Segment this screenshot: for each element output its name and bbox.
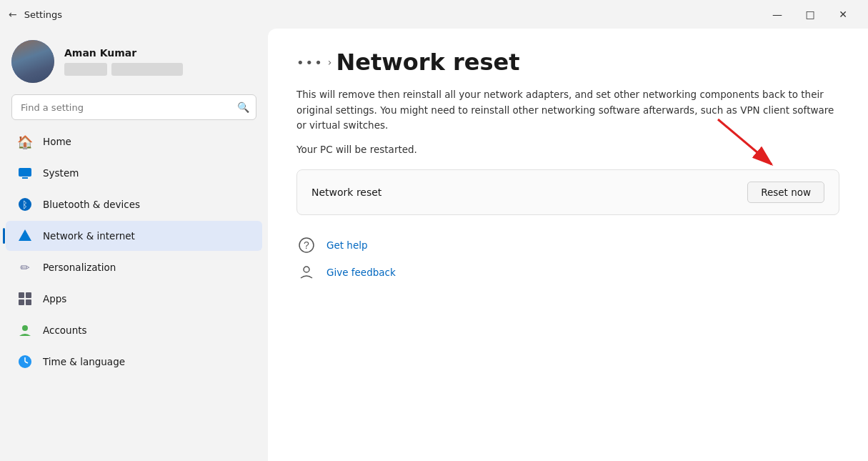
maximize-button[interactable]: □ bbox=[794, 3, 827, 26]
bluetooth-icon: ᛒ bbox=[17, 197, 33, 212]
search-container: 🔍 bbox=[11, 94, 256, 120]
sidebar-item-apps[interactable]: Apps bbox=[6, 284, 262, 314]
get-help-icon: ? bbox=[296, 235, 316, 255]
reset-now-button[interactable]: Reset now bbox=[747, 182, 824, 203]
red-arrow-indicator bbox=[711, 116, 782, 173]
time-icon bbox=[17, 354, 33, 370]
svg-text:?: ? bbox=[304, 239, 309, 251]
page-title: Network reset bbox=[336, 49, 519, 76]
sidebar-item-label: Apps bbox=[43, 293, 66, 304]
sidebar-item-label: Accounts bbox=[43, 324, 87, 336]
user-profile[interactable]: Aman Kumar bbox=[0, 29, 268, 91]
breadcrumb-dots[interactable]: ••• bbox=[296, 55, 324, 70]
accounts-icon bbox=[17, 322, 33, 338]
get-help-text: Get help bbox=[326, 239, 368, 251]
user-badge-2 bbox=[111, 63, 183, 76]
reset-card: Network reset Reset now bbox=[296, 169, 839, 215]
svg-text:ᛒ: ᛒ bbox=[22, 199, 28, 210]
svg-rect-6 bbox=[26, 292, 31, 298]
reset-card-wrapper: Network reset Reset now bbox=[296, 169, 839, 215]
apps-icon bbox=[17, 291, 33, 307]
user-info: Aman Kumar bbox=[64, 47, 183, 76]
sidebar-item-network[interactable]: Network & internet bbox=[6, 221, 262, 251]
svg-rect-0 bbox=[19, 168, 31, 177]
user-name: Aman Kumar bbox=[64, 47, 183, 59]
sidebar-item-bluetooth[interactable]: ᛒ Bluetooth & devices bbox=[6, 189, 262, 219]
user-badge-1 bbox=[64, 63, 107, 76]
sidebar-item-time[interactable]: Time & language bbox=[6, 347, 262, 377]
network-icon bbox=[17, 228, 33, 244]
svg-marker-4 bbox=[19, 229, 31, 241]
sidebar-item-system[interactable]: System bbox=[6, 158, 262, 188]
svg-rect-7 bbox=[19, 299, 24, 305]
main-content: ••• › Network reset This will remove the… bbox=[268, 29, 868, 461]
sidebar: Aman Kumar 🔍 🏠 Home Sys bbox=[0, 29, 268, 461]
svg-point-9 bbox=[22, 325, 28, 331]
give-feedback-icon bbox=[296, 262, 316, 282]
search-icon: 🔍 bbox=[237, 101, 249, 113]
app-body: Aman Kumar 🔍 🏠 Home Sys bbox=[0, 29, 868, 461]
sidebar-item-label: Time & language bbox=[43, 356, 125, 367]
sidebar-item-label: System bbox=[43, 167, 79, 179]
content-inner: ••• › Network reset This will remove the… bbox=[268, 29, 868, 302]
sidebar-item-label: Bluetooth & devices bbox=[43, 199, 140, 210]
title-bar-left: ← Settings bbox=[9, 9, 761, 20]
search-input[interactable] bbox=[11, 94, 256, 120]
svg-rect-8 bbox=[26, 299, 31, 305]
minimize-button[interactable]: — bbox=[761, 3, 794, 26]
sidebar-item-label: Personalization bbox=[43, 262, 116, 273]
sidebar-item-label: Home bbox=[43, 136, 71, 147]
svg-rect-5 bbox=[19, 292, 24, 298]
user-badges bbox=[64, 63, 183, 76]
reset-card-label: Network reset bbox=[311, 187, 381, 198]
help-links: ? Get help Give feedback bbox=[296, 235, 839, 282]
title-bar-controls: — □ ✕ bbox=[761, 3, 859, 26]
give-feedback-link[interactable]: Give feedback bbox=[296, 262, 839, 282]
system-icon bbox=[17, 165, 33, 181]
give-feedback-text: Give feedback bbox=[326, 267, 396, 278]
sidebar-item-personalization[interactable]: ✏️ Personalization bbox=[6, 252, 262, 282]
breadcrumb: ••• › Network reset bbox=[296, 49, 839, 76]
home-icon: 🏠 bbox=[17, 134, 33, 149]
personalization-icon: ✏️ bbox=[17, 259, 33, 275]
avatar bbox=[11, 40, 54, 83]
svg-point-17 bbox=[304, 267, 309, 272]
svg-line-14 bbox=[718, 119, 772, 164]
app-title: Settings bbox=[24, 9, 62, 20]
title-bar: ← Settings — □ ✕ bbox=[0, 0, 868, 29]
get-help-link[interactable]: ? Get help bbox=[296, 235, 839, 255]
back-button[interactable]: ← bbox=[9, 9, 17, 20]
sidebar-item-home[interactable]: 🏠 Home bbox=[6, 127, 262, 157]
breadcrumb-chevron: › bbox=[328, 56, 332, 68]
sidebar-item-accounts[interactable]: Accounts bbox=[6, 315, 262, 345]
close-button[interactable]: ✕ bbox=[827, 3, 859, 26]
sidebar-item-label: Network & internet bbox=[43, 230, 135, 242]
svg-rect-1 bbox=[22, 177, 28, 179]
